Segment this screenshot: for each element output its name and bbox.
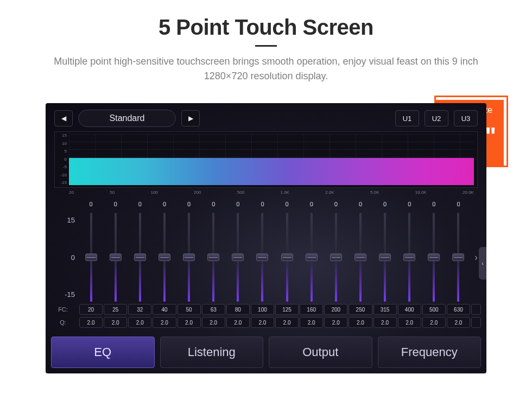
preset-prev-button[interactable]: ◀ xyxy=(54,110,73,126)
eq-q-row: Q: 2.0 2.0 2.0 2.0 2.0 2.0 2.0 2.0 2.0 2… xyxy=(51,317,481,328)
preset-label: Standard xyxy=(110,113,145,123)
eq-fc-value[interactable]: 80 xyxy=(226,304,250,315)
eq-db-value: 0 xyxy=(349,199,372,210)
eq-q-value[interactable]: 2.0 xyxy=(202,317,225,328)
eq-fc-value[interactable]: 160 xyxy=(300,304,323,315)
eq-slider[interactable] xyxy=(349,213,372,302)
eq-db-value: 0 xyxy=(128,199,151,210)
eq-slider[interactable] xyxy=(202,213,225,302)
eq-q-value[interactable]: 2.0 xyxy=(251,317,274,328)
eq-db-value: 0 xyxy=(178,199,201,210)
page-title: 5 Point Touch Screen xyxy=(0,15,532,40)
eq-panel: 0 0 0 0 0 0 0 0 0 0 0 0 0 0 0 0 15 xyxy=(51,199,481,328)
eq-slider[interactable] xyxy=(251,213,274,302)
eq-fc-value[interactable]: 200 xyxy=(324,304,347,315)
eq-slider[interactable] xyxy=(153,213,176,302)
eq-db-value: 0 xyxy=(79,199,103,210)
eq-fc-value[interactable]: 630 xyxy=(447,304,470,315)
eq-q-value[interactable]: 2.0 xyxy=(349,317,372,328)
eq-slider[interactable] xyxy=(422,213,446,302)
tab-eq[interactable]: EQ xyxy=(51,337,155,368)
eq-slider[interactable] xyxy=(275,213,299,302)
eq-slider[interactable] xyxy=(79,213,103,302)
slider-thumb-icon xyxy=(85,253,97,261)
spectrum-y-ticks: 15 10 5 0 -5 -10 -15 xyxy=(54,133,67,185)
eq-q-value[interactable]: 2.0 xyxy=(398,317,421,328)
expand-handle[interactable]: ‹ xyxy=(479,247,486,280)
eq-fc-value[interactable]: 500 xyxy=(422,304,446,315)
fc-label: FC: xyxy=(51,304,78,315)
topbar: ◀ Standard ▶ U1 U2 U3 xyxy=(46,103,486,131)
eq-q-value[interactable]: 2.0 xyxy=(79,317,103,328)
eq-fc-value[interactable]: 25 xyxy=(104,304,127,315)
eq-slider[interactable] xyxy=(226,213,250,302)
slider-thumb-icon xyxy=(207,253,219,261)
eq-sliders: 15 0 -15 xyxy=(51,213,481,302)
eq-q-value[interactable]: 2.0 xyxy=(447,317,470,328)
eq-db-value: 0 xyxy=(373,199,397,210)
page-subtitle: Multiple point high-sensitive touchscree… xyxy=(33,54,499,84)
eq-slider[interactable] xyxy=(398,213,421,302)
eq-db-value: 0 xyxy=(202,199,225,210)
slider-thumb-icon xyxy=(354,253,366,261)
eq-fc-value[interactable]: 100 xyxy=(251,304,274,315)
tab-frequency[interactable]: Frequency xyxy=(378,337,482,368)
eq-q-value[interactable]: 2.0 xyxy=(178,317,201,328)
user-preset-3-button[interactable]: U3 xyxy=(454,110,478,126)
eq-db-value: 0 xyxy=(398,199,421,210)
eq-fc-value[interactable]: 315 xyxy=(373,304,397,315)
eq-q-value[interactable]: 2.0 xyxy=(373,317,397,328)
bottom-tabs: EQ Listening Output Frequency xyxy=(51,337,481,368)
eq-q-value[interactable]: 2.0 xyxy=(300,317,323,328)
eq-slider[interactable] xyxy=(104,213,127,302)
eq-db-row: 0 0 0 0 0 0 0 0 0 0 0 0 0 0 0 0 xyxy=(51,199,481,210)
eq-q-value[interactable]: 2.0 xyxy=(153,317,176,328)
device-screen: ◀ Standard ▶ U1 U2 U3 15 10 5 0 -5 -10 -… xyxy=(46,103,486,373)
eq-slider[interactable] xyxy=(300,213,323,302)
spectrum-fill xyxy=(69,158,474,185)
user-preset-2-button[interactable]: U2 xyxy=(425,110,448,126)
user-preset-1-button[interactable]: U1 xyxy=(395,110,419,126)
page-header: 5 Point Touch Screen Multiple point high… xyxy=(0,0,532,84)
tab-listening[interactable]: Listening xyxy=(160,337,264,368)
eq-q-value[interactable]: 2.0 xyxy=(128,317,151,328)
preset-selector[interactable]: Standard xyxy=(78,110,176,127)
eq-fc-value[interactable]: 250 xyxy=(349,304,372,315)
eq-fc-value[interactable]: 63 xyxy=(202,304,225,315)
slider-thumb-icon xyxy=(403,253,415,261)
slider-thumb-icon xyxy=(183,253,195,261)
eq-slider[interactable] xyxy=(178,213,201,302)
eq-slider[interactable] xyxy=(324,213,347,302)
preset-next-button[interactable]: ▶ xyxy=(181,110,200,126)
slider-thumb-icon xyxy=(306,253,318,261)
eq-db-value: 0 xyxy=(300,199,323,210)
title-underline xyxy=(255,45,277,47)
eq-db-value: 0 xyxy=(251,199,274,210)
chevron-right-icon: ▶ xyxy=(188,115,193,122)
spectrum-chart: 15 10 5 0 -5 -10 -15 20 50 100 200 500 1… xyxy=(54,131,478,188)
eq-y-labels: 15 0 -15 xyxy=(51,213,78,302)
eq-fc-value[interactable]: 400 xyxy=(398,304,421,315)
eq-fc-value[interactable]: 50 xyxy=(178,304,201,315)
eq-fc-value[interactable]: 125 xyxy=(275,304,299,315)
tab-output[interactable]: Output xyxy=(269,337,372,368)
slider-thumb-icon xyxy=(330,253,342,261)
eq-fc-value[interactable]: 32 xyxy=(128,304,151,315)
eq-fc-value[interactable]: 40 xyxy=(153,304,176,315)
eq-q-value[interactable]: 2.0 xyxy=(275,317,299,328)
eq-q-value[interactable]: 2.0 xyxy=(226,317,250,328)
slider-thumb-icon xyxy=(134,253,146,261)
slider-thumb-icon xyxy=(159,253,170,261)
q-label: Q: xyxy=(51,317,78,328)
eq-db-value: 0 xyxy=(153,199,176,210)
chevron-left-icon: ◀ xyxy=(61,115,66,122)
eq-slider[interactable] xyxy=(128,213,151,302)
eq-q-value[interactable]: 2.0 xyxy=(324,317,347,328)
eq-q-value[interactable]: 2.0 xyxy=(104,317,127,328)
slider-thumb-icon xyxy=(110,253,122,261)
eq-slider[interactable] xyxy=(373,213,397,302)
eq-db-value: 0 xyxy=(447,199,470,210)
eq-slider[interactable] xyxy=(447,213,470,302)
eq-fc-value[interactable]: 20 xyxy=(79,304,103,315)
eq-q-value[interactable]: 2.0 xyxy=(422,317,446,328)
